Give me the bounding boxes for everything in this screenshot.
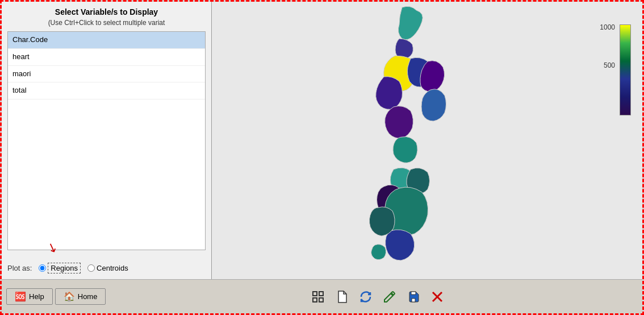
variable-item-charcode[interactable]: Char.Code [8,32,205,49]
grid-icon [311,290,325,304]
left-panel: Select Variable/s to Display (Use Ctrl+C… [2,2,212,279]
variable-item-heart[interactable]: heart [8,49,205,66]
radio-centroids-option[interactable]: Centroids [87,264,128,272]
variable-item-total[interactable]: total [8,82,205,100]
refresh-button[interactable] [356,287,376,307]
content-area: Select Variable/s to Display (Use Ctrl+C… [2,2,642,279]
svg-rect-3 [313,298,317,302]
save-button[interactable] [403,287,424,307]
home-label: Home [78,292,98,301]
refresh-icon [359,290,373,304]
radio-regions-option[interactable]: Regions [39,263,81,273]
toolbar-left: 🆘 Help 🏠 Home [6,288,106,305]
legend: 1000 500 [603,19,631,121]
new-document-button[interactable] [332,287,352,307]
svg-rect-1 [319,292,323,296]
home-icon: 🏠 [64,291,75,302]
svg-rect-0 [313,292,317,296]
bottom-toolbar: 🆘 Help 🏠 Home [2,279,642,313]
panel-title: Select Variable/s to Display [7,7,206,16]
legend-label-1000: 1000 [600,23,615,31]
svg-rect-5 [411,292,416,295]
panel-subtitle: (Use Ctrl+Click to select multiple varia… [7,19,206,27]
radio-regions-label: Regions [48,263,81,273]
edit-icon [383,290,396,304]
plot-as-section: ↘ Plot as: Regions Centroids [7,260,206,273]
home-button[interactable]: 🏠 Home [55,288,106,305]
save-icon [407,290,420,304]
new-document-icon [335,290,349,304]
legend-bar [620,24,631,115]
close-button[interactable] [427,287,448,307]
variable-list[interactable]: Char.Code heart maori total [7,31,206,250]
variable-item-maori[interactable]: maori [8,66,205,83]
close-icon [430,290,444,304]
radio-centroids-label: Centroids [97,264,128,272]
legend-label-500: 500 [604,61,615,69]
nz-map [240,2,553,269]
help-button[interactable]: 🆘 Help [6,288,53,305]
edit-button[interactable] [379,287,400,307]
radio-centroids-input[interactable] [87,264,95,272]
radio-group: Regions Centroids [39,263,128,273]
map-area: 1000 500 [212,2,642,279]
help-label: Help [29,292,44,301]
help-icon: 🆘 [15,291,26,302]
main-container: Select Variable/s to Display (Use Ctrl+C… [2,2,642,313]
svg-rect-4 [412,299,415,302]
svg-rect-2 [319,298,323,302]
grid-icon-button[interactable] [308,287,328,307]
toolbar-center [117,287,638,307]
plot-as-label: Plot as: [7,264,32,272]
radio-regions-input[interactable] [39,264,46,272]
